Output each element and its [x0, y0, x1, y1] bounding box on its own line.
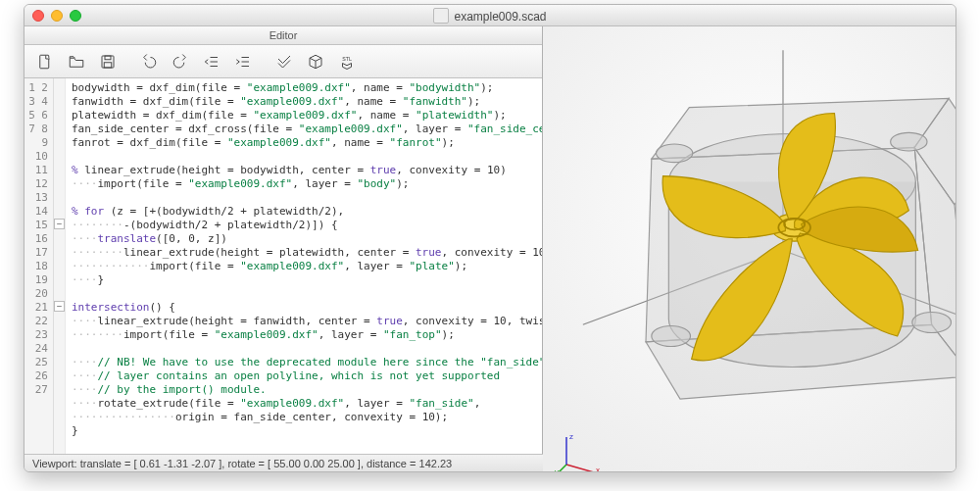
line-gutter: 1 2 3 4 5 6 7 8 9 10 11 12 13 14 15 16 1…: [24, 78, 54, 454]
axes-indicator-icon: x y z: [555, 431, 600, 472]
editor-pane: Editor STL 1 2 3 4 5 6 7 8 9 10 11 12 13…: [24, 26, 543, 454]
svg-point-23: [912, 312, 952, 332]
save-button[interactable]: [93, 49, 122, 74]
svg-text:STL: STL: [342, 55, 352, 61]
fold-toggle[interactable]: −: [54, 219, 65, 229]
viewer-canvas[interactable]: x y z: [543, 26, 956, 472]
svg-text:x: x: [596, 466, 600, 472]
svg-rect-3: [104, 62, 112, 67]
svg-text:y: y: [555, 467, 559, 472]
code-editor[interactable]: 1 2 3 4 5 6 7 8 9 10 11 12 13 14 15 16 1…: [24, 78, 542, 454]
undo-button[interactable]: [134, 49, 164, 74]
viewport-status: Viewport: translate = [ 0.61 -1.31 -2.07…: [32, 458, 452, 469]
render-button[interactable]: [301, 49, 330, 74]
export-stl-button[interactable]: STL: [332, 49, 362, 74]
unindent-button[interactable]: [197, 49, 226, 74]
svg-point-22: [652, 325, 691, 346]
editor-toolbar: STL: [24, 45, 542, 78]
svg-point-21: [891, 132, 927, 151]
svg-line-27: [566, 465, 594, 472]
svg-text:z: z: [569, 432, 573, 441]
redo-button[interactable]: [166, 49, 195, 74]
svg-rect-2: [105, 56, 111, 60]
fold-column: −−: [54, 78, 66, 454]
preview-button[interactable]: [270, 49, 299, 74]
model-render: [543, 26, 956, 472]
open-button[interactable]: [62, 49, 91, 74]
code-lines[interactable]: bodywidth = dxf_dim(file = "example009.d…: [66, 78, 542, 454]
editor-title: Editor: [24, 26, 542, 45]
viewer-pane: x y z: [543, 26, 956, 454]
fold-toggle[interactable]: −: [54, 301, 65, 312]
new-button[interactable]: [30, 49, 60, 74]
svg-point-20: [657, 144, 693, 163]
window-title: example009.scad: [24, 8, 956, 24]
app-window: example009.scad Editor STL 1 2 3 4 5 6 7: [24, 4, 956, 472]
indent-button[interactable]: [228, 49, 258, 74]
title-bar: example009.scad: [24, 5, 956, 26]
